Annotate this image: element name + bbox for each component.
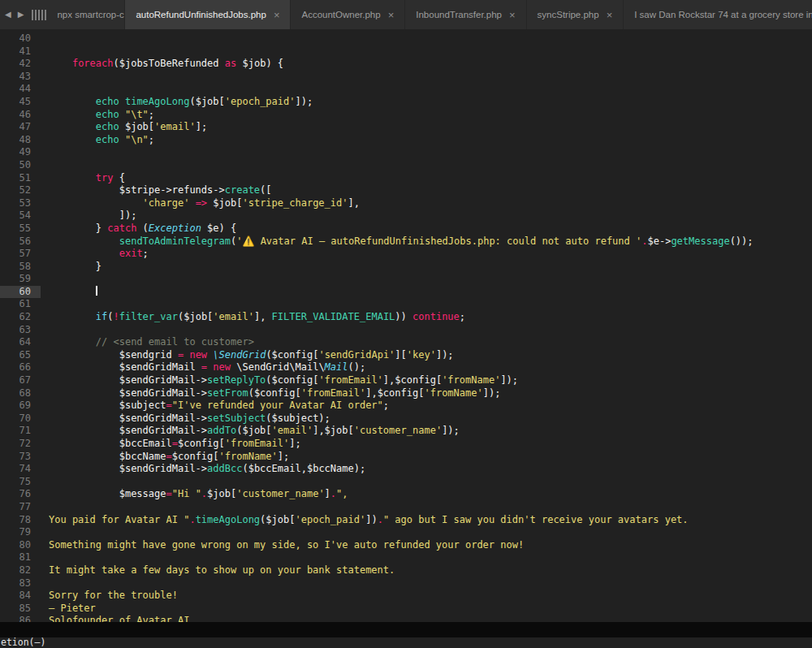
code-line[interactable]: 51 try { <box>0 172 812 185</box>
code-line[interactable]: 69 $subject="I've refunded your Avatar A… <box>0 400 812 413</box>
line-number[interactable]: 77 <box>0 501 41 514</box>
code-line[interactable]: 84Sorry for the trouble! <box>0 590 812 603</box>
line-number[interactable]: 57 <box>0 248 41 261</box>
code-line[interactable]: 52 $stripe->refunds->create([ <box>0 184 812 197</box>
line-number[interactable]: 62 <box>0 311 41 324</box>
line-number[interactable]: 85 <box>0 603 41 616</box>
line-number[interactable]: 49 <box>0 146 41 159</box>
line-number[interactable]: 80 <box>0 539 41 552</box>
code-line[interactable]: 83 <box>0 577 812 590</box>
code-line[interactable]: 44 <box>0 83 812 96</box>
line-number[interactable]: 64 <box>0 336 41 349</box>
code-line[interactable]: 40 <box>0 32 812 45</box>
tab-close-icon[interactable]: × <box>509 10 516 20</box>
tab-autorefundunfinishedjobs-php[interactable]: autoRefundUnfinishedJobs.php× <box>124 0 290 29</box>
line-number[interactable]: 60 <box>0 286 41 299</box>
line-number[interactable]: 83 <box>0 577 41 590</box>
line-number[interactable]: 58 <box>0 261 41 274</box>
line-number[interactable]: 55 <box>0 222 41 235</box>
line-number[interactable]: 63 <box>0 324 41 337</box>
code-line[interactable]: 74 $sendGridMail->addBcc($bccEmail,$bccN… <box>0 463 812 476</box>
code-line[interactable]: 82It might take a few days to show up on… <box>0 564 812 577</box>
code-line[interactable]: 66 $sendGridMail = new \SendGrid\Mail\Ma… <box>0 361 812 374</box>
code-line[interactable]: 79 <box>0 526 812 539</box>
code-line[interactable]: 85— Pieter <box>0 603 812 616</box>
tab-syncstripe-php[interactable]: syncStripe.php× <box>526 0 624 29</box>
code-line[interactable]: 54 ]); <box>0 210 812 222</box>
code-line[interactable]: 71 $sendGridMail->addTo($job['email'],$j… <box>0 425 812 438</box>
line-number[interactable]: 76 <box>0 488 41 501</box>
code-line[interactable]: 63 <box>0 324 812 337</box>
code-line[interactable]: 70 $sendGridMail->setSubject($subject); <box>0 413 812 426</box>
code-line[interactable]: 75 <box>0 476 812 489</box>
line-number[interactable]: 78 <box>0 514 41 527</box>
nav-forward-icon[interactable]: ▶ <box>18 11 24 19</box>
line-number[interactable]: 84 <box>0 590 41 603</box>
code-line[interactable]: 42 foreach($jobsToBeRefunded as $job) { <box>0 58 812 71</box>
line-number[interactable]: 53 <box>0 197 41 210</box>
code-line[interactable]: 59 <box>0 273 812 286</box>
tab-close-icon[interactable]: × <box>388 10 395 20</box>
line-number[interactable]: 69 <box>0 400 41 413</box>
code-line[interactable]: 65 $sendgrid = new \SendGrid($config['se… <box>0 349 812 362</box>
code-line[interactable]: 62 if(!filter_var($job['email'], FILTER_… <box>0 311 812 324</box>
code-line[interactable]: 78You paid for Avatar AI ".timeAgoLong($… <box>0 514 812 527</box>
code-line[interactable]: 77 <box>0 501 812 514</box>
code-editor[interactable]: 404142 foreach($jobsToBeRefunded as $job… <box>0 29 812 622</box>
nav-back-icon[interactable]: ◀ <box>5 11 11 19</box>
code-line[interactable]: 53 'charge' => $job['stripe_charge_id'], <box>0 197 812 210</box>
line-number[interactable]: 54 <box>0 210 41 222</box>
line-number[interactable]: 59 <box>0 273 41 286</box>
line-number[interactable]: 46 <box>0 109 41 122</box>
code-line[interactable]: 47 echo $job['email']; <box>0 121 812 134</box>
code-line[interactable]: 46 echo "\t"; <box>0 109 812 122</box>
code-line[interactable]: 48 echo "\n"; <box>0 134 812 147</box>
line-number[interactable]: 43 <box>0 71 41 84</box>
line-number[interactable]: 67 <box>0 374 41 387</box>
line-number[interactable]: 61 <box>0 298 41 311</box>
code-line[interactable]: 55 } catch (Exception $e) { <box>0 222 812 235</box>
line-number[interactable]: 86 <box>0 615 41 622</box>
line-number[interactable]: 71 <box>0 425 41 438</box>
line-number[interactable]: 45 <box>0 96 41 109</box>
code-line[interactable]: 56 sendToAdminTelegram('⚠️ Avatar AI — a… <box>0 235 812 248</box>
code-line[interactable]: 58 } <box>0 261 812 274</box>
layout-columns-icon[interactable] <box>32 10 46 20</box>
line-number[interactable]: 50 <box>0 159 41 172</box>
line-number[interactable]: 73 <box>0 451 41 464</box>
code-line[interactable]: 41 <box>0 45 812 58</box>
code-line[interactable]: 76 $message="Hi ".$job['customer_name'].… <box>0 488 812 501</box>
line-number[interactable]: 81 <box>0 551 41 564</box>
line-number[interactable]: 52 <box>0 184 41 197</box>
code-line[interactable]: 57 exit; <box>0 248 812 261</box>
code-line[interactable]: 67 $sendGridMail->setReplyTo($config['fr… <box>0 374 812 387</box>
line-number[interactable]: 72 <box>0 438 41 451</box>
line-number[interactable]: 51 <box>0 172 41 185</box>
line-number[interactable]: 79 <box>0 526 41 539</box>
code-line[interactable]: 68 $sendGridMail->setFrom($config['fromE… <box>0 387 812 400</box>
code-line[interactable]: 86Solofounder of Avatar AI <box>0 615 812 622</box>
tab-inboundtransfer-php[interactable]: InboundTransfer.php× <box>404 0 525 29</box>
line-number[interactable]: 56 <box>0 235 41 248</box>
line-number[interactable]: 47 <box>0 121 41 134</box>
tab-close-icon[interactable]: × <box>607 10 613 20</box>
line-number[interactable]: 74 <box>0 463 41 476</box>
line-number[interactable]: 68 <box>0 387 41 400</box>
code-line[interactable]: 50 <box>0 159 812 172</box>
line-number[interactable]: 40 <box>0 32 41 45</box>
code-line[interactable]: 60 <box>0 286 812 299</box>
code-line[interactable]: 80Something might have gone wrong on my … <box>0 539 812 552</box>
line-number[interactable]: 44 <box>0 83 41 96</box>
line-number[interactable]: 70 <box>0 413 41 426</box>
line-number[interactable]: 75 <box>0 476 41 489</box>
code-line[interactable]: 81 <box>0 551 812 564</box>
tab-npx-smartcrop-c[interactable]: npx smartcrop-c <box>54 0 124 29</box>
code-line[interactable]: 72 $bccEmail=$config['fromEmail']; <box>0 438 812 451</box>
tab-accountowner-php[interactable]: AccountOwner.php× <box>290 0 404 29</box>
line-number[interactable]: 65 <box>0 349 41 362</box>
code-line[interactable]: 45 echo timeAgoLong($job['epoch_paid']); <box>0 96 812 109</box>
code-line[interactable]: 49 <box>0 146 812 159</box>
code-line[interactable]: 43 <box>0 71 812 84</box>
code-line[interactable]: 73 $bccName=$config['fromName']; <box>0 451 812 464</box>
line-number[interactable]: 41 <box>0 45 41 58</box>
